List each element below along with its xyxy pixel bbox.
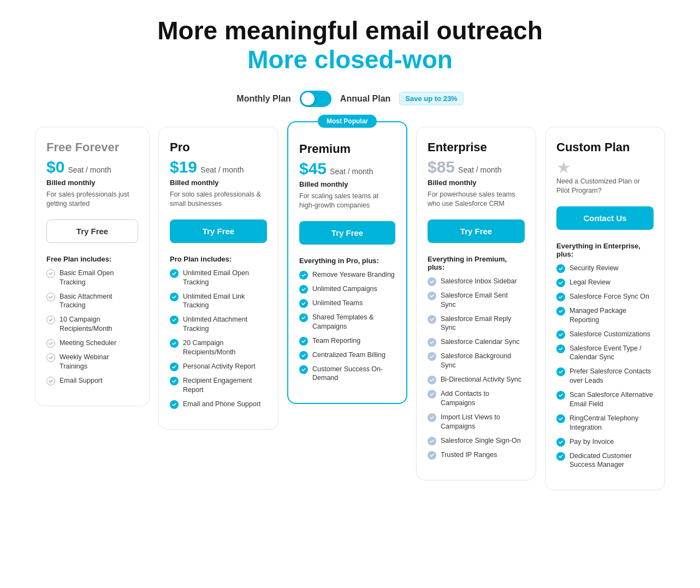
- feature-item: Remove Yesware Branding: [299, 270, 395, 280]
- plan-period: Seat / month: [330, 167, 373, 176]
- check-filled-icon: [556, 278, 565, 287]
- check-purple-icon: [428, 292, 436, 300]
- check-filled-icon: [556, 438, 565, 447]
- feature-item: Recipient Engagement Report: [170, 376, 267, 395]
- plan-billing: Billed monthly: [299, 180, 395, 188]
- feature-item: Security Review: [556, 264, 654, 273]
- plan-includes-label: Everything in Premium, plus:: [428, 255, 525, 271]
- check-filled-icon: [299, 271, 308, 280]
- billing-toggle-row: Monthly Plan Annual Plan Save up to 23%: [11, 91, 689, 107]
- feature-list: Unlimited Email Open Tracking Unlimited …: [170, 269, 267, 409]
- check-filled-icon: [556, 345, 565, 353]
- check-filled-icon: [299, 337, 308, 346]
- feature-text: Trusted IP Ranges: [441, 450, 497, 460]
- feature-text: Import List Views to Campaigns: [441, 413, 525, 431]
- feature-text: Unlimited Email Open Tracking: [183, 269, 267, 287]
- feature-text: Shared Templates & Campaigns: [312, 313, 395, 331]
- plan-name: Pro: [170, 140, 267, 155]
- plan-desc: For powerhouse sales teams who use Sales…: [428, 190, 525, 210]
- feature-text: Security Review: [570, 264, 619, 273]
- plan-billing: Billed monthly: [428, 179, 525, 187]
- feature-text: Salesforce Email Reply Sync: [441, 314, 525, 333]
- feature-item: Add Contacts to Campaigns: [428, 389, 525, 408]
- check-filled-icon: [556, 367, 565, 376]
- feature-text: Salesforce Inbox Sidebar: [441, 277, 517, 286]
- feature-item: Salesforce Event Type / Calendar Sync: [556, 344, 654, 363]
- check-purple-icon: [428, 413, 436, 422]
- feature-item: Unlimited Email Link Tracking: [170, 292, 267, 311]
- check-filled-icon: [556, 293, 565, 301]
- feature-item: Salesforce Inbox Sidebar: [428, 277, 525, 286]
- feature-text: Remove Yesware Branding: [312, 270, 395, 280]
- check-purple-icon: [428, 352, 436, 361]
- feature-text: RingCentral Telephony Integration: [570, 414, 654, 432]
- feature-item: Basic Email Open Tracking: [46, 269, 138, 287]
- check-filled-icon: [556, 391, 565, 400]
- billing-toggle[interactable]: [300, 91, 331, 107]
- check-filled-icon: [299, 285, 308, 294]
- feature-item: Managed Package Reporting: [556, 306, 654, 325]
- feature-text: Salesforce Email Sent Sync: [441, 291, 525, 310]
- feature-text: Unlimited Campaigns: [312, 284, 377, 294]
- feature-item: Personal Activity Report: [170, 362, 267, 371]
- cta-button-premium[interactable]: Try Free: [299, 221, 395, 245]
- feature-list: Remove Yesware Branding Unlimited Campai…: [299, 270, 395, 383]
- check-outline-icon: [46, 339, 55, 348]
- feature-text: Salesforce Background Sync: [441, 352, 525, 370]
- plan-includes-label: Free Plan includes:: [46, 255, 138, 263]
- feature-text: Salesforce Customizations: [570, 330, 650, 339]
- price-row: $19 Seat / month: [170, 158, 267, 176]
- feature-text: Legal Review: [570, 278, 610, 287]
- feature-item: Salesforce Email Sent Sync: [428, 291, 525, 310]
- plan-period: Seat / month: [200, 165, 244, 174]
- check-filled-icon: [299, 313, 308, 322]
- check-purple-icon: [428, 315, 436, 324]
- plan-billing: Billed monthly: [46, 179, 138, 187]
- feature-text: Scan Salesforce Alternative Email Field: [570, 390, 654, 409]
- check-filled-icon: [170, 363, 179, 371]
- plan-billing: Billed monthly: [170, 179, 267, 187]
- annual-label: Annual Plan: [340, 94, 390, 104]
- check-filled-icon: [556, 330, 565, 339]
- check-filled-icon: [170, 316, 179, 324]
- feature-text: Prefer Salesforce Contacts over Leads: [570, 367, 654, 385]
- feature-item: Centralized Team Billing: [299, 351, 395, 360]
- plan-card-custom: Custom Plan ★ Need a Customized Plan or …: [545, 127, 665, 491]
- feature-text: Team Reporting: [312, 336, 360, 346]
- feature-text: Meeting Scheduler: [60, 338, 116, 348]
- feature-item: Unlimited Campaigns: [299, 284, 395, 294]
- header: More meaningful email outreach More clos…: [11, 16, 689, 74]
- plan-name: Custom Plan: [556, 140, 654, 155]
- plan-name: Free Forever: [46, 140, 138, 155]
- feature-text: Email and Phone Support: [183, 400, 260, 409]
- check-filled-icon: [170, 293, 179, 301]
- cta-button-pro[interactable]: Try Free: [170, 219, 267, 243]
- feature-text: Managed Package Reporting: [570, 306, 654, 325]
- cta-button-free[interactable]: Try Free: [46, 219, 138, 243]
- feature-item: Legal Review: [556, 278, 654, 287]
- feature-text: Weekly Webinar Trainings: [60, 353, 138, 371]
- check-purple-icon: [428, 390, 436, 399]
- plan-desc: For solo sales professionals & small bus…: [170, 190, 267, 210]
- price-row: $85 Seat / month: [428, 158, 525, 176]
- check-purple-icon: [428, 277, 436, 286]
- feature-text: Unlimited Email Link Tracking: [183, 292, 267, 311]
- feature-text: Email Support: [60, 376, 103, 385]
- header-title: More meaningful email outreach: [11, 16, 689, 45]
- cta-button-enterprise[interactable]: Try Free: [428, 219, 525, 243]
- feature-item: Prefer Salesforce Contacts over Leads: [556, 367, 654, 385]
- feature-item: Dedicated Customer Success Manager: [556, 452, 654, 470]
- feature-text: Bi-Directional Activity Sync: [441, 375, 521, 384]
- check-outline-icon: [46, 293, 55, 301]
- save-badge: Save up to 23%: [399, 92, 463, 105]
- feature-item: Bi-Directional Activity Sync: [428, 375, 525, 384]
- feature-item: 10 Campaign Recipients/Month: [46, 315, 138, 334]
- feature-list: Salesforce Inbox Sidebar Salesforce Emai…: [428, 277, 525, 460]
- feature-text: Salesforce Calendar Sync: [441, 337, 520, 347]
- cta-button-custom[interactable]: Contact Us: [556, 206, 654, 230]
- feature-text: 20 Campaign Recipients/Month: [183, 338, 267, 357]
- check-filled-icon: [170, 339, 179, 348]
- toggle-knob: [301, 92, 315, 105]
- feature-text: Salesforce Force Sync On: [570, 292, 649, 301]
- check-filled-icon: [299, 351, 308, 360]
